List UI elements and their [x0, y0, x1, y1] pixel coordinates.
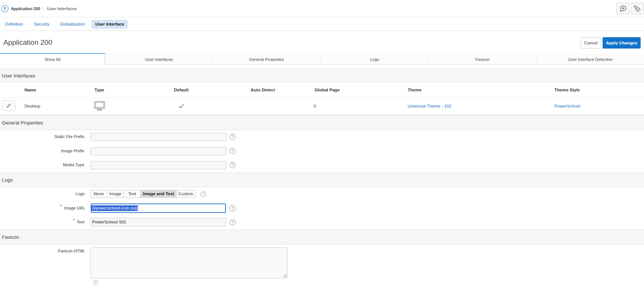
svg-text:?: ?: [231, 149, 234, 153]
svg-text:?: ?: [231, 206, 234, 211]
svg-text:?: ?: [95, 281, 97, 284]
svg-text:?: ?: [231, 163, 234, 167]
svg-text:?: ?: [202, 192, 204, 196]
svg-text:?: ?: [231, 135, 234, 139]
svg-text:?: ?: [231, 220, 234, 225]
